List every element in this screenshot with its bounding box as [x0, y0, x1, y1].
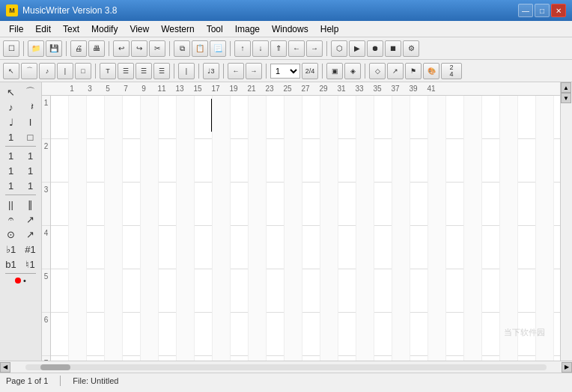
grid-cell-r6-c24[interactable] [464, 313, 482, 356]
toolbar2-nav-forward-button[interactable]: → [246, 63, 262, 79]
grid-cell-r3-c3[interactable] [87, 183, 105, 226]
grid-cell-r6-c9[interactable] [195, 313, 213, 356]
grid-cell-r4-c17[interactable] [338, 226, 356, 269]
toolbar2-slur-button[interactable]: ⌒ [21, 63, 37, 79]
grid-cell-r5-c29[interactable] [554, 269, 560, 313]
grid-cell-r3-c4[interactable] [105, 183, 123, 226]
toolbar2-box-button[interactable]: □ [75, 63, 91, 79]
menu-item-text[interactable]: Text [57, 22, 85, 36]
grid-cell-r5-c21[interactable] [410, 269, 428, 313]
grid-cell-r6-c21[interactable] [410, 313, 428, 356]
grid-cell-r5-c14[interactable] [285, 269, 302, 313]
grid-cell-r2-c27[interactable] [518, 139, 536, 183]
toolbar1-pitch-down-button[interactable]: ↓ [252, 40, 269, 57]
sidebar-symbol-rest[interactable]: 𝄽 [22, 100, 40, 114]
sidebar-symbol-beat-2[interactable]: 1 [2, 164, 20, 177]
grid-cell-r6-c22[interactable] [428, 313, 446, 356]
h-scroll-track[interactable] [25, 364, 547, 370]
grid-cell-r5-c11[interactable] [231, 269, 249, 313]
grid-cell-r5-c24[interactable] [464, 269, 482, 313]
sidebar-symbol-beat-3b[interactable]: 1 [22, 179, 40, 192]
grid-cell-r3-c14[interactable] [285, 183, 302, 226]
grid-cell-r4-c25[interactable] [482, 226, 500, 269]
menu-item-image[interactable]: Image [229, 22, 266, 36]
grid-cell-r2-c23[interactable] [446, 139, 464, 183]
grid-cell-r4-c7[interactable] [159, 226, 177, 269]
grid-cell-r1-c29[interactable] [554, 96, 560, 139]
grid-cell-r5-c23[interactable] [446, 269, 464, 313]
menu-item-windows[interactable]: Windows [266, 22, 314, 36]
toolbar1-new-button[interactable]: ☐ [3, 40, 19, 57]
sidebar-symbol-accent[interactable]: ↗ [22, 212, 40, 226]
maximize-button[interactable]: □ [535, 4, 550, 17]
grid-cell-r6-c15[interactable] [302, 313, 320, 356]
sidebar-symbol-beat-1b[interactable]: 1 [22, 149, 40, 162]
grid-cell-r1-c5[interactable] [123, 96, 141, 139]
grid-cell-r4-c8[interactable] [177, 226, 195, 269]
grid-cell-r2-c25[interactable] [482, 139, 500, 183]
grid-row-4[interactable] [51, 226, 560, 269]
sidebar-symbol-arrow-up[interactable]: ↗ [22, 227, 40, 241]
grid-cell-r4-c2[interactable] [69, 226, 87, 269]
grid-cell-r1-c25[interactable] [482, 96, 500, 139]
sidebar-symbol-beat-2b[interactable]: 1 [22, 164, 40, 177]
grid-cell-r3-c22[interactable] [428, 183, 446, 226]
grid-cell-r7-c25[interactable] [482, 356, 500, 361]
scroll-right-button[interactable]: ▶ [562, 362, 572, 373]
grid-cell-r4-c27[interactable] [518, 226, 536, 269]
grid-cell-r3-c10[interactable] [213, 183, 231, 226]
grid-cell-r3-c16[interactable] [320, 183, 338, 226]
grid-cell-r1-c28[interactable] [536, 96, 554, 139]
grid-cell-r5-c9[interactable] [195, 269, 213, 313]
grid-cell-r3-c6[interactable] [141, 183, 159, 226]
grid-cell-r7-c23[interactable] [446, 356, 464, 361]
menu-item-view[interactable]: View [124, 22, 155, 36]
grid-cell-r3-c2[interactable] [69, 183, 87, 226]
grid-cell-r5-c16[interactable] [320, 269, 338, 313]
toolbar2-select-button[interactable]: ↖ [3, 63, 19, 79]
grid-cell-r7-c17[interactable] [338, 356, 356, 361]
toolbar1-print-preview-button[interactable]: 🖶 [88, 40, 105, 57]
grid-cell-r4-c1[interactable] [51, 226, 69, 269]
sidebar-symbol-flat-1[interactable]: ♭1 [2, 242, 20, 256]
grid-cell-r1-c22[interactable] [428, 96, 446, 139]
grid-cell-r3-c27[interactable] [518, 183, 536, 226]
grid-cell-r1-c24[interactable] [464, 96, 482, 139]
grid-cell-r7-c15[interactable] [302, 356, 320, 361]
grid-cell-r4-c20[interactable] [392, 226, 410, 269]
toolbar2-nav-back-button[interactable]: ← [228, 63, 244, 79]
grid-cell-r3-c15[interactable] [302, 183, 320, 226]
grid-cell-r7-c7[interactable] [159, 356, 177, 361]
grid-cell-r3-c20[interactable] [392, 183, 410, 226]
sidebar-symbol-cursor[interactable]: ↖ [2, 85, 20, 99]
grid-cell-r4-c9[interactable] [195, 226, 213, 269]
grid-cell-r1-c1[interactable] [51, 96, 69, 139]
grid-cell-r5-c15[interactable] [302, 269, 320, 313]
grid-cell-r2-c24[interactable] [464, 139, 482, 183]
menu-item-help[interactable]: Help [314, 22, 345, 36]
toolbar1-copy-button[interactable]: ⧉ [174, 40, 190, 57]
toolbar1-save-button[interactable]: 💾 [46, 40, 62, 57]
grid-cell-r6-c6[interactable] [141, 313, 159, 356]
grid-cell-r7-c20[interactable] [392, 356, 410, 361]
toolbar2-barline-button[interactable]: | [178, 63, 195, 79]
grid-row-5[interactable] [51, 269, 560, 313]
grid-cell-r1-c8[interactable] [177, 96, 195, 139]
grid-cell-r1-c27[interactable] [518, 96, 536, 139]
sidebar-symbol-num-1[interactable]: 1 [2, 130, 20, 144]
grid-cell-r1-c10[interactable] [213, 96, 231, 139]
grid-cell-r4-c10[interactable] [213, 226, 231, 269]
grid-cell-r3-c21[interactable] [410, 183, 428, 226]
sidebar-symbol-sharp-1[interactable]: #1 [22, 242, 40, 256]
grid-cell-r3-c12[interactable] [249, 183, 267, 226]
grid-cell-r4-c4[interactable] [105, 226, 123, 269]
grid-cell-r2-c9[interactable] [195, 139, 213, 183]
grid-cell-r5-c5[interactable] [123, 269, 141, 313]
toolbar1-print-button[interactable]: 🖨 [70, 40, 87, 57]
grid-cell-r1-c4[interactable] [105, 96, 123, 139]
grid-row-7[interactable] [51, 356, 560, 361]
toolbar1-cut-button[interactable]: ✂ [149, 40, 165, 57]
grid-cell-r5-c22[interactable] [428, 269, 446, 313]
toolbar1-settings-button[interactable]: ⚙ [403, 40, 419, 57]
toolbar1-metronome-button[interactable]: ⬡ [331, 40, 347, 57]
